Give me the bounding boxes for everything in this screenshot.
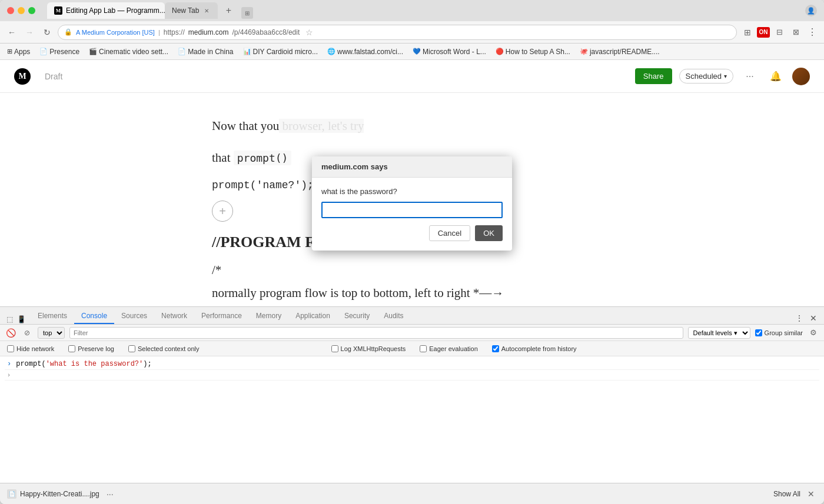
autocomplete-checkbox[interactable] (492, 345, 499, 352)
tab-application-label: Application (295, 312, 330, 320)
dialog-password-input[interactable] (321, 202, 503, 218)
console-filter-input[interactable] (69, 327, 683, 339)
autocomplete-label[interactable]: Autocomplete from history (492, 345, 577, 352)
bookmark-madeinchina[interactable]: 📄 Made in China (175, 46, 235, 57)
tab-audits-label: Audits (384, 312, 403, 320)
scheduled-button[interactable]: Scheduled ▾ (679, 69, 733, 84)
traffic-lights (7, 7, 35, 14)
draft-label: Draft (45, 72, 62, 81)
bookmark-diy[interactable]: 📊 DIY Cardioid micro... (241, 46, 320, 57)
selected-context-checkbox[interactable] (128, 345, 135, 352)
download-more-button[interactable]: ··· (104, 488, 116, 500)
tab-label: Editing App Lab — Programm... (66, 6, 165, 15)
download-file-icon: 📄 (7, 489, 16, 499)
user-avatar[interactable] (792, 68, 810, 85)
devtools-tab-console[interactable]: Console (74, 309, 114, 324)
notifications-icon[interactable]: 🔔 (766, 67, 785, 86)
eager-eval-checkbox[interactable] (420, 345, 427, 352)
refresh-button[interactable]: ↻ (40, 25, 54, 39)
preserve-log-label[interactable]: Preserve log (68, 345, 114, 352)
content-paragraph: Now that you browser, let's try (212, 116, 612, 136)
download-filename: Happy-Kitten-Creati....jpg (20, 490, 99, 498)
bookmark-howto[interactable]: 🔴 How to Setup A Sh... (493, 46, 573, 57)
clear-console-icon[interactable]: 🚫 (5, 327, 16, 339)
filter-icon[interactable]: ⊘ (21, 327, 33, 339)
bookmark-falstad[interactable]: 🌐 www.falstad.com/ci... (325, 46, 406, 57)
selected-context-label[interactable]: Selected context only (128, 345, 200, 352)
hide-network-checkbox[interactable] (7, 345, 14, 352)
tab-new-tab[interactable]: New Tab ✕ (165, 2, 218, 19)
devtools-more-icon[interactable]: ⋮ (793, 312, 805, 324)
new-tab-button[interactable]: + (220, 2, 237, 19)
secure-icon: 🔒 (64, 28, 72, 36)
tab-security-label: Security (344, 312, 370, 320)
console-line-2: › (5, 370, 819, 380)
eager-eval-text: Eager evaluation (429, 345, 478, 352)
devtools-tab-security[interactable]: Security (337, 309, 377, 324)
devtools-tab-network[interactable]: Network (154, 309, 194, 324)
new-tab-icon[interactable]: + (222, 5, 234, 16)
bottom-close-button[interactable]: ✕ (805, 488, 817, 500)
more-options-icon[interactable]: ··· (740, 67, 759, 86)
devtools-tab-sources[interactable]: Sources (114, 309, 154, 324)
tab-label: New Tab (172, 6, 199, 15)
dialog-box[interactable]: medium.com says what is the password? Ca… (312, 156, 512, 251)
add-content-button[interactable]: + (212, 201, 233, 222)
console-code-1: prompt('what is the password?'); (16, 360, 151, 368)
devtools-tab-performance[interactable]: Performance (194, 309, 249, 324)
bookmark-cinematic[interactable]: 🎬 Cinematic video sett... (87, 46, 171, 57)
context-select[interactable]: top (38, 327, 65, 339)
devtools-tab-memory[interactable]: Memory (249, 309, 288, 324)
devtools-inspect-icon[interactable]: ⬚ (5, 315, 14, 324)
bookmark-label: Presence (49, 48, 79, 56)
log-xmlhttp-label[interactable]: Log XMLHttpRequests (331, 345, 406, 352)
extension-3[interactable]: ⊠ (789, 25, 803, 39)
group-similar-checkbox[interactable] (755, 329, 762, 336)
preserve-log-checkbox[interactable] (68, 345, 75, 352)
bookmark-apps[interactable]: ⊞ Apps (5, 46, 32, 57)
minimize-button[interactable] (18, 7, 25, 14)
dialog-cancel-button[interactable]: Cancel (429, 225, 470, 241)
extension-2[interactable]: ⊟ (772, 25, 786, 39)
devtools-settings-icon[interactable]: ⚙ (808, 327, 819, 339)
devtools-close-icon[interactable]: ✕ (808, 312, 819, 324)
dialog-ok-button[interactable]: OK (475, 225, 503, 241)
tab-editing-app-lab[interactable]: M Editing App Lab — Programm... ✕ (47, 2, 165, 19)
user-profile-icon[interactable]: 👤 (805, 5, 817, 16)
log-xmlhttp-checkbox[interactable] (331, 345, 338, 352)
tab-strip-button[interactable]: ⊞ (241, 7, 253, 19)
devtools-options-bar: Hide network Preserve log Selected conte… (0, 341, 824, 356)
bookmark-github[interactable]: 🐙 javascript/README.... (577, 46, 662, 57)
bookmark-presence[interactable]: 📄 Presence (37, 46, 82, 57)
bookmark-msword[interactable]: 💙 Microsoft Word - L... (410, 46, 489, 57)
devtools-tab-audits[interactable]: Audits (377, 309, 410, 324)
levels-select[interactable]: Default levels ▾ (688, 327, 750, 339)
devtools-device-icon[interactable]: 📱 (16, 315, 26, 324)
forward-button[interactable]: → (22, 25, 36, 39)
medium-header: M Draft Share Scheduled ▾ ··· 🔔 (0, 60, 824, 93)
dialog-buttons: Cancel OK (321, 225, 503, 241)
eager-eval-label[interactable]: Eager evaluation (420, 345, 478, 352)
bookmarks-bar: ⊞ Apps 📄 Presence 🎬 Cinematic video sett… (0, 44, 824, 60)
close-button[interactable] (7, 7, 14, 14)
console-output: › prompt('what is the password?'); › (0, 356, 824, 383)
maximize-button[interactable] (28, 7, 35, 14)
devtools-tab-application[interactable]: Application (288, 309, 337, 324)
hide-network-label[interactable]: Hide network (7, 345, 54, 352)
show-all-button[interactable]: Show All (773, 490, 800, 498)
onehub-extension[interactable]: ON (757, 27, 770, 38)
share-button[interactable]: Share (635, 68, 672, 84)
diy-bookmark-icon: 📊 (243, 48, 251, 55)
code-text: prompt('name?'); (212, 179, 314, 191)
presence-bookmark-icon: 📄 (39, 48, 48, 55)
group-similar-text: Group similar (765, 329, 803, 336)
plus-icon: + (219, 205, 226, 218)
tab-close-icon[interactable]: ✕ (202, 6, 211, 15)
bookmark-star-icon[interactable]: ☆ (303, 26, 315, 38)
address-bar[interactable]: 🔒 A Medium Corporation [US] | https://me… (58, 25, 737, 40)
devtools-tab-elements[interactable]: Elements (31, 309, 74, 324)
back-button[interactable]: ← (5, 25, 19, 39)
menu-button[interactable]: ⋮ (805, 25, 819, 39)
extensions-icon[interactable]: ⊞ (740, 25, 755, 39)
group-similar-label[interactable]: Group similar (755, 329, 803, 336)
